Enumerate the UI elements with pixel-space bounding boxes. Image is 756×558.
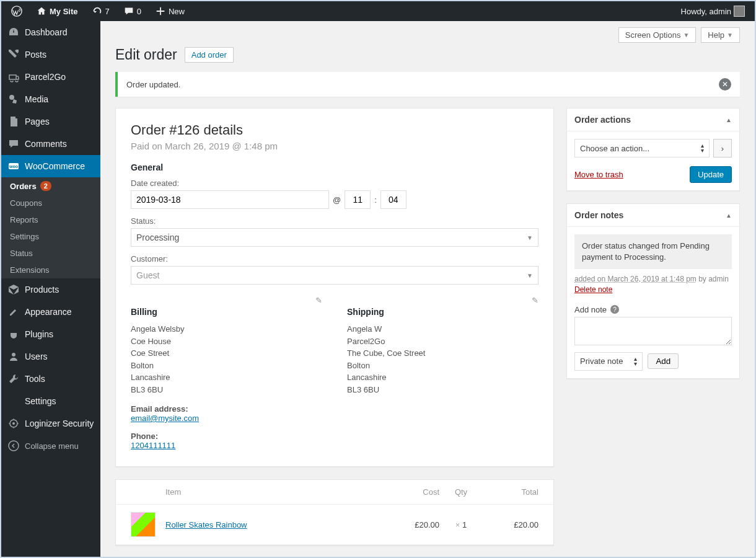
customer-select[interactable]: Guest▼ [131,266,538,285]
status-label: Status: [131,216,538,226]
sidebar-item-users[interactable]: Users [1,345,100,368]
product-name-link[interactable]: Roller Skates Rainbow [165,520,384,529]
sidebar-item-pages[interactable]: Pages [1,110,100,133]
sidebar-sub-status[interactable]: Status [1,245,100,262]
order-heading: Order #126 details [131,122,538,138]
col-cost: Cost [384,487,439,497]
edit-billing-button[interactable]: ✎ [315,296,322,305]
billing-email-link[interactable]: email@mysite.com [131,414,199,423]
status-select[interactable]: Processing▼ [131,228,538,247]
collapse-menu[interactable]: Collapse menu [1,435,100,457]
new-content[interactable]: New [150,6,190,17]
sidebar-item-woocommerce[interactable]: wooWooCommerce [1,155,100,177]
order-note: Order status changed from Pending paymen… [574,234,732,269]
hour-input[interactable] [345,190,371,209]
billing-line: Coe House [131,335,322,348]
billing-line: Bolton [131,360,322,372]
sidebar-sub-orders[interactable]: Orders2 [1,177,100,195]
item-cost: £20.00 [384,520,439,529]
customer-label: Customer: [131,254,538,264]
order-actions-panel: Order actions▲ Choose an action...▴▾ › M… [566,108,740,191]
sidebar-item-plugins[interactable]: Plugins [1,323,100,345]
update-notice: Order updated. ✕ [115,72,740,97]
order-actions-title: Order actions [574,115,631,125]
sidebar-submenu-woocommerce: Orders2 Coupons Reports Settings Status … [1,177,100,278]
svg-point-6 [12,422,15,425]
sidebar-item-tools[interactable]: Tools [1,368,100,390]
col-total: Total [483,487,538,497]
item-qty: × 1 [439,520,483,529]
comments-bubble[interactable]: 0 [118,6,146,17]
updates[interactable]: 7 [87,6,115,17]
billing-line: BL3 6BU [131,384,322,396]
col-qty: Qty [439,487,483,497]
sidebar-item-comments[interactable]: Comments [1,133,100,155]
add-note-button[interactable]: Add [648,353,679,369]
date-created-input[interactable] [131,190,329,209]
sidebar-item-products[interactable]: Products [1,278,100,301]
sidebar-item-appearance[interactable]: Appearance [1,301,100,323]
sidebar-sub-extensions[interactable]: Extensions [1,262,100,278]
caret-down-icon: ▼ [527,272,533,279]
add-note-textarea[interactable] [574,317,732,345]
help-icon[interactable]: ? [610,305,619,314]
email-label: Email address: [131,404,322,414]
general-section-title: General [131,162,538,172]
chevron-down-icon: ▼ [683,32,689,38]
billing-phone-link[interactable]: 1204111111 [131,441,175,450]
sidebar-sub-coupons[interactable]: Coupons [1,195,100,211]
sidebar-item-settings[interactable]: Settings [1,390,100,412]
sidebar-sub-reports[interactable]: Reports [1,211,100,228]
delete-note-link[interactable]: Delete note [574,285,612,294]
billing-line: Lancashire [131,371,322,384]
svg-point-7 [9,441,19,451]
order-details-panel: Order #126 details Paid on March 26, 201… [115,108,554,467]
shipping-line: Parcel2Go [347,335,538,348]
phone-label: Phone: [131,432,322,441]
svg-text:woo: woo [9,164,18,169]
order-action-select[interactable]: Choose an action...▴▾ [574,139,710,157]
sidebar-item-loginizer[interactable]: Loginizer Security [1,412,100,435]
avatar-icon [734,6,745,17]
billing-line: Coe Street [131,347,322,360]
admin-sidebar: Dashboard Posts Parcel2Go Media Pages Co… [1,21,100,557]
panel-toggle[interactable]: ▲ [726,117,732,123]
chevron-down-icon: ▼ [727,32,733,38]
page-title: Edit order [115,46,177,63]
move-to-trash-link[interactable]: Move to trash [574,170,623,179]
caret-down-icon: ▼ [527,234,533,241]
shipping-line: The Cube, Coe Street [347,347,538,360]
order-notes-panel: Order notes▲ Order status changed from P… [566,203,740,379]
add-note-label: Add note [574,305,607,314]
col-item: Item [165,487,384,497]
shipping-title: Shipping [347,307,538,317]
panel-toggle[interactable]: ▲ [726,212,732,219]
order-item-row: Roller Skates Rainbow £20.00 × 1 £20.00 [116,505,553,545]
billing-title: Billing [131,307,322,317]
order-items-panel: Item Cost Qty Total Roller Skates Rainbo… [115,479,554,546]
add-order-button[interactable]: Add order [185,47,234,63]
admin-bar: My Site 7 0 New Howdy, admin [1,1,755,21]
help-button[interactable]: Help ▼ [701,27,740,43]
dismiss-notice-button[interactable]: ✕ [719,78,731,91]
sidebar-item-dashboard[interactable]: Dashboard [1,21,100,43]
minute-input[interactable] [380,190,407,209]
screen-options-button[interactable]: Screen Options ▼ [618,27,697,43]
sidebar-item-parcel2go[interactable]: Parcel2Go [1,66,100,88]
billing-line: Angela Welsby [131,323,322,335]
item-total: £20.00 [483,520,538,529]
howdy-account[interactable]: Howdy, admin [676,6,750,17]
wp-logo[interactable] [6,6,27,17]
sidebar-item-media[interactable]: Media [1,88,100,110]
shipping-line: BL3 6BU [347,384,538,396]
order-paid-meta: Paid on March 26, 2019 @ 1:48 pm [131,141,538,151]
edit-shipping-button[interactable]: ✎ [532,296,538,305]
apply-action-button[interactable]: › [713,139,732,157]
shipping-line: Lancashire [347,371,538,384]
update-order-button[interactable]: Update [690,166,732,183]
sidebar-item-posts[interactable]: Posts [1,43,100,66]
sidebar-sub-settings[interactable]: Settings [1,228,100,245]
site-home[interactable]: My Site [31,6,83,17]
time-colon: : [374,195,377,205]
note-type-select[interactable]: Private note▴▾ [574,352,643,371]
